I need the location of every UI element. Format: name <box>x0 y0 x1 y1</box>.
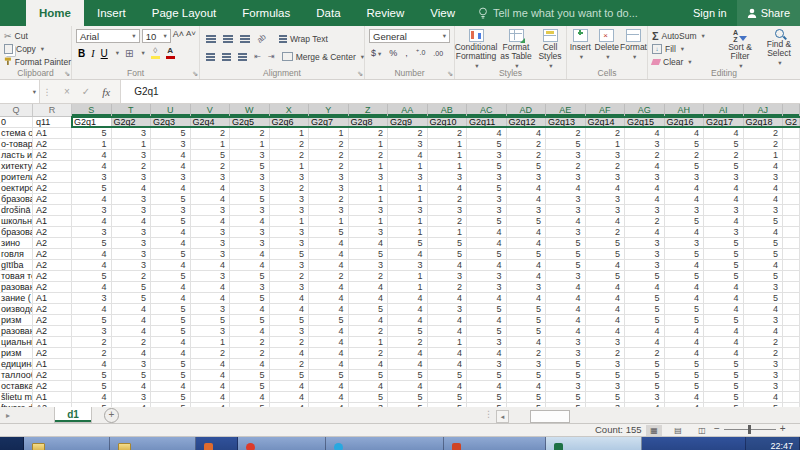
cell-group[interactable]: A2 <box>33 172 72 182</box>
grid-cell[interactable]: 5 <box>270 249 310 259</box>
grid-cell[interactable]: 4 <box>467 381 507 391</box>
confirm-entry-icon[interactable]: ✓ <box>82 86 90 97</box>
grid-cell[interactable]: 2 <box>270 139 310 149</box>
grid-cell[interactable]: 3 <box>72 172 112 182</box>
grid-cell[interactable]: 5 <box>546 139 586 149</box>
grid-cell[interactable]: 4 <box>191 183 231 193</box>
grid-cell[interactable]: G2q7 <box>309 117 349 127</box>
taskbar-button-folder[interactable] <box>24 437 110 450</box>
fill-button[interactable]: ↓ Fill▾ <box>648 42 720 55</box>
name-box[interactable]: ▾ <box>0 80 40 103</box>
cell-group[interactable]: q11 <box>33 117 72 127</box>
grid-cell[interactable]: 5 <box>704 315 744 325</box>
grid-cell[interactable]: 2 <box>428 216 468 226</box>
grid-cell-partial[interactable] <box>783 194 800 204</box>
grid-cell[interactable]: 1 <box>230 139 270 149</box>
grid-cell[interactable]: 4 <box>507 271 547 281</box>
cell-label[interactable]: циальнь <box>0 337 33 347</box>
grid-cell[interactable]: 3 <box>112 128 152 138</box>
grid-cell[interactable]: 4 <box>112 315 152 325</box>
grid-cell[interactable]: 4 <box>309 304 349 314</box>
grid-cell[interactable]: 5 <box>349 392 389 402</box>
grid-cell[interactable]: 4 <box>112 183 152 193</box>
grid-cell[interactable]: 5 <box>467 392 507 402</box>
cell-label[interactable]: стема о <box>0 128 33 138</box>
grid-cell[interactable]: 5 <box>625 271 665 281</box>
grid-cell[interactable]: 5 <box>546 249 586 259</box>
grid-cell[interactable]: 5 <box>665 139 705 149</box>
grid-cell[interactable]: 4 <box>744 326 784 336</box>
grid-cell[interactable]: 4 <box>428 348 468 358</box>
grid-cell[interactable]: 2 <box>72 337 112 347</box>
grid-cell[interactable]: 3 <box>112 249 152 259</box>
column-header-ae[interactable]: AE <box>546 104 586 116</box>
grid-cell[interactable]: 3 <box>388 260 428 270</box>
column-header-x[interactable]: X <box>270 104 310 116</box>
grid-cell[interactable]: 4 <box>625 227 665 237</box>
zoom-out-button[interactable]: − <box>714 424 720 434</box>
orientation-button[interactable]: ab <box>255 32 268 45</box>
grid-cell[interactable]: 4 <box>309 293 349 303</box>
cell-group[interactable]: A2 <box>33 194 72 204</box>
grid-cell[interactable]: 4 <box>72 194 112 204</box>
grid-cell-partial[interactable] <box>783 260 800 270</box>
grid-cell[interactable]: 2 <box>112 337 152 347</box>
grid-cell[interactable]: 4 <box>744 304 784 314</box>
grid-cell[interactable]: 5 <box>191 150 231 160</box>
grid-cell[interactable]: 5 <box>230 161 270 171</box>
grid-cell[interactable]: 2 <box>349 326 389 336</box>
cell-group[interactable]: A1 <box>33 293 72 303</box>
grid-cell[interactable]: 4 <box>230 326 270 336</box>
ribbon-tab-data[interactable]: Data <box>303 0 353 26</box>
grid-cell[interactable]: 3 <box>112 150 152 160</box>
grid-cell[interactable]: 4 <box>704 282 744 292</box>
grid-cell[interactable]: 5 <box>546 370 586 380</box>
grid-cell[interactable]: 4 <box>151 227 191 237</box>
grid-cell[interactable]: 4 <box>507 293 547 303</box>
taskbar-button[interactable] <box>0 437 24 450</box>
sort-filter-button[interactable]: AZ Sort & Filter▾ <box>720 26 760 70</box>
column-header-t[interactable]: T <box>112 104 152 116</box>
taskbar-button-folder[interactable] <box>110 437 196 450</box>
grid-cell[interactable]: 5 <box>507 392 547 402</box>
grid-cell[interactable]: 3 <box>349 260 389 270</box>
grid-cell[interactable]: 3 <box>309 183 349 193</box>
grid-cell[interactable]: 4 <box>744 260 784 270</box>
grid-cell[interactable]: 1 <box>112 139 152 149</box>
grid-cell-partial[interactable] <box>783 326 800 336</box>
grid-cell[interactable]: 5 <box>151 370 191 380</box>
grid-cell[interactable]: 5 <box>151 304 191 314</box>
grid-cell[interactable]: 1 <box>270 161 310 171</box>
grid-cell[interactable]: 3 <box>270 194 310 204</box>
grid-cell[interactable]: 3 <box>191 271 231 281</box>
grid-cell[interactable]: 4 <box>428 381 468 391</box>
grid-cell[interactable]: 3 <box>744 315 784 325</box>
cell-group[interactable]: A2 <box>33 183 72 193</box>
taskbar-button-blue[interactable] <box>326 437 444 450</box>
grid-cell[interactable]: 5 <box>388 392 428 402</box>
cell-group[interactable]: A2 <box>33 205 72 215</box>
copy-button[interactable]: Copy▾ <box>0 42 71 55</box>
grid-cell-partial[interactable] <box>783 249 800 259</box>
grid-cell[interactable]: 3 <box>467 271 507 281</box>
shrink-font-button[interactable]: A˅ <box>186 29 196 43</box>
grid-cell[interactable]: 3 <box>191 205 231 215</box>
clipboard-dialog-launcher[interactable]: ⇘ <box>64 70 70 78</box>
grid-cell[interactable]: 4 <box>151 238 191 248</box>
grid-cell[interactable]: 1 <box>428 150 468 160</box>
grid-cell[interactable]: 3 <box>665 172 705 182</box>
grid-cell[interactable]: 5 <box>665 304 705 314</box>
grid-cell[interactable]: 4 <box>665 183 705 193</box>
cell-label[interactable]: ризм <box>0 315 33 325</box>
grid-cell[interactable]: 2 <box>270 359 310 369</box>
grid-cell[interactable]: 4 <box>507 194 547 204</box>
grid-cell[interactable]: 5 <box>428 238 468 248</box>
grid-cell[interactable]: 4 <box>151 293 191 303</box>
grid-cell[interactable]: 2 <box>546 128 586 138</box>
grid-cell[interactable]: 3 <box>230 282 270 292</box>
cell-group[interactable]: A2 <box>33 381 72 391</box>
grid-cell[interactable]: 4 <box>625 128 665 138</box>
grid-cell[interactable]: 4 <box>507 381 547 391</box>
grid-cell[interactable]: 4 <box>72 304 112 314</box>
cell-group[interactable]: A1 <box>33 216 72 226</box>
